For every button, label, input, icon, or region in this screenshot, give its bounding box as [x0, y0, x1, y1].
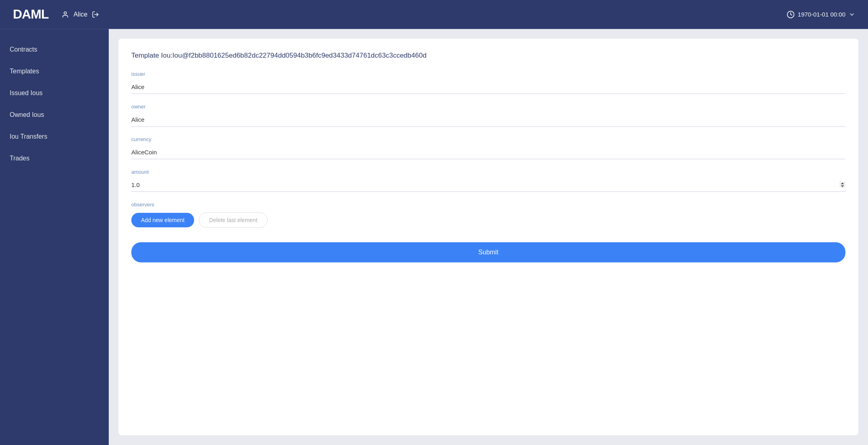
issuer-label: issuer [131, 71, 845, 77]
card-title: Template Iou:Iou@f2bb8801625ed6b82dc2279… [131, 52, 845, 60]
logout-icon[interactable] [91, 10, 99, 19]
user-section: Alice [61, 10, 99, 19]
sidebar: Contracts Templates Issued Ious Owned Io… [0, 29, 109, 445]
sidebar-item-trades[interactable]: Trades [0, 148, 109, 169]
sidebar-item-contracts[interactable]: Contracts [0, 39, 109, 60]
owner-input[interactable] [131, 113, 845, 127]
issuer-input[interactable] [131, 80, 845, 94]
amount-input[interactable] [131, 178, 845, 192]
sidebar-item-issued-ious[interactable]: Issued Ious [0, 82, 109, 104]
main-content: Template Iou:Iou@f2bb8801625ed6b82dc2279… [109, 29, 868, 445]
amount-field: amount [131, 169, 845, 192]
delete-last-element-button[interactable]: Delete last element [199, 212, 267, 228]
submit-button[interactable]: Submit [131, 242, 845, 262]
currency-label: currency [131, 136, 845, 142]
sidebar-item-templates[interactable]: Templates [0, 60, 109, 82]
sidebar-item-iou-transfers[interactable]: Iou Transfers [0, 126, 109, 148]
observers-buttons: Add new element Delete last element [131, 212, 845, 228]
owner-field: owner [131, 104, 845, 127]
logo: DAML [13, 7, 48, 22]
currency-field: currency [131, 136, 845, 159]
owner-label: owner [131, 104, 845, 110]
issuer-field: issuer [131, 71, 845, 94]
sidebar-item-owned-ious[interactable]: Owned Ious [0, 104, 109, 126]
header-right: 1970-01-01 00:00 [787, 10, 855, 19]
chevron-down-icon[interactable] [849, 11, 855, 18]
clock-icon [787, 10, 795, 19]
add-new-element-button[interactable]: Add new element [131, 213, 194, 227]
layout: Contracts Templates Issued Ious Owned Io… [0, 29, 868, 445]
svg-point-0 [64, 12, 66, 14]
form-card: Template Iou:Iou@f2bb8801625ed6b82dc2279… [118, 39, 858, 435]
user-name: Alice [73, 11, 87, 18]
observers-label: observers [131, 202, 845, 208]
currency-input[interactable] [131, 146, 845, 159]
amount-label: amount [131, 169, 845, 175]
header: DAML Alice 1970-01-01 00:00 [0, 0, 868, 29]
timestamp: 1970-01-01 00:00 [798, 11, 845, 18]
user-icon [61, 10, 69, 19]
header-left: DAML Alice [13, 7, 99, 22]
observers-section: observers Add new element Delete last el… [131, 202, 845, 228]
